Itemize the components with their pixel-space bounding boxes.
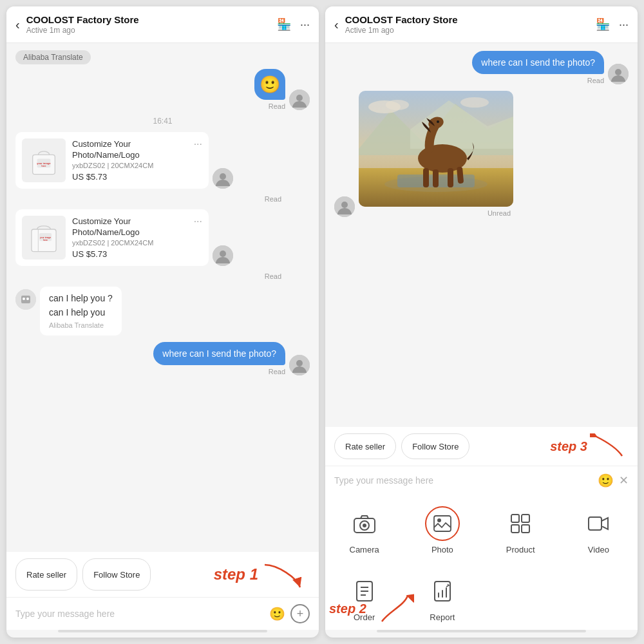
svg-rect-34 — [433, 169, 439, 187]
report-label: Report — [430, 612, 455, 622]
emoji-read-label: Read — [269, 102, 285, 110]
right-follow-store-button[interactable]: Follow Store — [401, 433, 469, 459]
product-info-1: Customize Your Photo/Name/Logo yxbDZS02 … — [72, 139, 187, 182]
bot-avatar — [15, 289, 36, 310]
left-follow-store-button[interactable]: Follow Store — [82, 558, 151, 591]
left-back-button[interactable]: ‹ — [15, 17, 20, 32]
video-icon-container — [581, 506, 616, 541]
camera-icon-container — [347, 506, 382, 541]
svg-point-43 — [363, 524, 366, 527]
report-media-item[interactable]: Report — [403, 562, 481, 630]
product-card-row-2: your image here Customize Your Photo/Nam… — [15, 209, 310, 266]
report-icon-container — [425, 574, 460, 609]
right-header-icons: 🏪 ··· — [596, 17, 629, 32]
left-store-icon[interactable]: 🏪 — [277, 17, 291, 32]
step3-label: step 3 — [550, 439, 587, 454]
svg-point-18 — [26, 298, 29, 300]
left-header: ‹ COOLOST Factory Store Active 1m ago 🏪 … — [6, 6, 319, 43]
bot-message-row: can I help you ? can I help you Alibaba … — [15, 287, 310, 336]
right-more-icon[interactable]: ··· — [619, 18, 629, 32]
product-label: Product — [506, 545, 535, 554]
product-icon-container — [503, 506, 538, 541]
step1-arrow — [258, 558, 310, 591]
bot-msg-line1: can I help you ? — [49, 293, 113, 303]
left-emoji-icon[interactable]: 🙂 — [269, 606, 285, 621]
right-header: ‹ COOLOST Factory Store Active 1m ago 🏪 … — [325, 6, 638, 43]
product-sku-1: yxbDZS02 | 20CMX24CM — [72, 162, 187, 169]
timestamp-1641: 16:41 — [153, 117, 172, 126]
svg-text:here: here — [42, 165, 46, 167]
svg-point-7 — [220, 173, 226, 180]
product-info-2: Customize Your Photo/Name/Logo yxbDZS02 … — [72, 216, 187, 260]
video-media-item[interactable]: Video — [560, 495, 638, 562]
right-store-status: Active 1m ago — [345, 26, 589, 35]
product-card-2[interactable]: your image here Customize Your Photo/Nam… — [15, 209, 209, 266]
left-more-icon[interactable]: ··· — [300, 18, 310, 32]
order-media-item[interactable]: Order — [325, 562, 403, 630]
bot-bubble: can I help you ? can I help you Alibaba … — [40, 287, 122, 336]
svg-rect-49 — [522, 525, 529, 533]
order-icon-container — [347, 574, 382, 609]
order-label: Order — [354, 612, 375, 622]
svg-rect-35 — [448, 168, 453, 187]
right-message-input[interactable] — [334, 475, 592, 486]
left-store-title: COOLOST Factory Store — [26, 14, 270, 25]
right-rate-seller-button[interactable]: Rate seller — [334, 433, 396, 459]
emoji-bubble: 🙂 — [254, 69, 285, 100]
user-bubble-read: Read — [269, 368, 285, 375]
right-panel: ‹ COOLOST Factory Store Active 1m ago 🏪 … — [325, 6, 638, 638]
report-icon — [433, 580, 451, 602]
step3-arrow — [590, 433, 629, 459]
left-input-area: 🙂 + — [6, 597, 319, 630]
svg-point-17 — [23, 298, 25, 300]
seller-avatar-horse — [334, 196, 355, 217]
right-store-icon[interactable]: 🏪 — [596, 17, 610, 32]
product-menu-2[interactable]: ··· — [194, 216, 202, 227]
product-media-item[interactable]: Product — [482, 495, 560, 562]
emoji-meta: 🙂 Read — [254, 69, 285, 110]
user-avatar-emoji — [289, 90, 310, 110]
step1-label: step 1 — [214, 565, 258, 583]
svg-text:your image: your image — [37, 162, 51, 165]
left-header-icons: 🏪 ··· — [277, 17, 310, 32]
left-add-attachment-button[interactable]: + — [290, 604, 310, 623]
horse-image-row: Unread — [334, 91, 629, 217]
right-emoji-icon[interactable]: 🙂 — [598, 473, 614, 488]
svg-text:here: here — [43, 239, 48, 242]
svg-rect-46 — [511, 515, 519, 522]
left-action-row: Rate seller Follow Store step 1 — [6, 552, 319, 597]
svg-rect-50 — [589, 517, 601, 530]
svg-rect-16 — [21, 296, 30, 303]
bot-translate-label: Alibaba Translate — [49, 321, 113, 329]
product-card-1[interactable]: your image here Customize Your Photo/Nam… — [15, 132, 209, 189]
video-icon — [587, 515, 609, 532]
media-grid: Camera Photo Pr — [325, 495, 638, 630]
horse-image-unread: Unread — [359, 209, 513, 217]
product-name-1: Customize Your Photo/Name/Logo — [72, 139, 187, 161]
svg-point-20 — [296, 360, 303, 366]
svg-rect-47 — [522, 515, 529, 522]
right-header-info: COOLOST Factory Store Active 1m ago — [345, 14, 589, 35]
right-user-bubble: where can I send the photo? — [472, 51, 604, 74]
product-card-row-1: your image here Customize Your Photo/Nam… — [15, 132, 310, 189]
right-back-button[interactable]: ‹ — [334, 17, 339, 32]
svg-rect-33 — [423, 168, 429, 187]
product-price-2: US $5.73 — [72, 249, 187, 259]
camera-media-item[interactable]: Camera — [325, 495, 403, 562]
left-message-input[interactable] — [15, 609, 264, 619]
product-icon — [510, 513, 531, 534]
svg-rect-48 — [511, 525, 519, 533]
camera-label: Camera — [350, 545, 379, 554]
right-chat-area: where can I send the photo? Read — [325, 43, 638, 427]
svg-point-40 — [460, 97, 489, 108]
product-name-2: Customize Your Photo/Name/Logo — [72, 216, 187, 238]
product-menu-1[interactable]: ··· — [194, 138, 202, 150]
order-icon — [355, 580, 374, 602]
left-rate-seller-button[interactable]: Rate seller — [15, 558, 77, 591]
user-bubble-row: where can I send the photo? Read — [15, 342, 310, 375]
right-close-icon[interactable]: ✕ — [619, 473, 629, 488]
bot-msg-line2: can I help you — [49, 307, 113, 317]
right-user-bubble-row: where can I send the photo? Read — [334, 51, 629, 84]
video-label: Video — [588, 545, 609, 554]
photo-media-item[interactable]: Photo — [403, 495, 481, 562]
